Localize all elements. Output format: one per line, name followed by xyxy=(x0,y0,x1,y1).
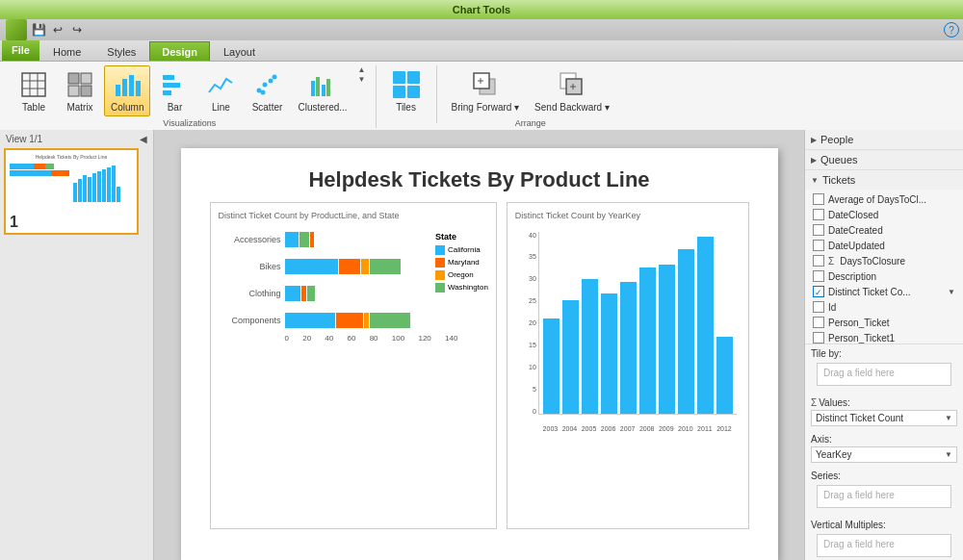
column-icon xyxy=(112,69,143,100)
vertical-multiples-label: Vertical Multiples: xyxy=(811,520,957,530)
slide-thumbnail[interactable]: Helpdesk Tickets By Product Line xyxy=(4,148,139,235)
slide-title: Helpdesk Tickets By Product Line xyxy=(210,167,749,192)
svg-rect-13 xyxy=(163,75,174,80)
col-2007 xyxy=(620,282,637,413)
scroll-down[interactable]: ▼ xyxy=(358,75,366,85)
bar-button[interactable]: Bar xyxy=(152,65,196,116)
cb-person-ticket1[interactable] xyxy=(813,332,824,344)
field-description: Description xyxy=(809,268,959,284)
bar-clothing-md xyxy=(301,286,306,301)
cb-description[interactable] xyxy=(813,270,824,282)
section-tickets: Tickets Average of DaysToCl... DateClose… xyxy=(805,170,963,344)
table-button[interactable]: Table xyxy=(12,65,56,116)
col-2004 xyxy=(562,300,579,413)
section-queues: Queues xyxy=(805,150,963,170)
axis-section: Axis: YearKey ▼ xyxy=(805,430,963,467)
bar-clothing-wa xyxy=(307,286,315,301)
cb-person-ticket[interactable] xyxy=(813,317,824,328)
svg-rect-27 xyxy=(393,86,405,98)
svg-rect-7 xyxy=(68,86,79,96)
cb-daystoclosure[interactable] xyxy=(813,255,824,267)
section-queues-header[interactable]: Queues xyxy=(805,150,963,169)
bar-bikes-md xyxy=(339,259,360,274)
bar-icon xyxy=(159,69,190,100)
slide-canvas: Helpdesk Tickets By Product Line Distinc… xyxy=(181,148,778,561)
svg-rect-24 xyxy=(326,79,330,96)
svg-rect-5 xyxy=(68,73,79,84)
title-bar: Chart Tools xyxy=(0,0,963,19)
col-chart-container: Distinct Ticket Count by YearKey 40 35 3… xyxy=(507,202,749,529)
bring-forward-button[interactable]: Bring Forward ▾ xyxy=(445,65,527,116)
line-button[interactable]: Line xyxy=(198,65,243,116)
legend-title: State xyxy=(435,232,488,242)
series-drop[interactable]: Drag a field here xyxy=(817,485,951,508)
sigma-values: Σ xyxy=(811,397,817,408)
svg-rect-14 xyxy=(163,83,180,88)
values-dropdown-arrow[interactable]: ▼ xyxy=(945,414,952,422)
svg-rect-25 xyxy=(393,71,405,84)
axis-value[interactable]: YearKey ▼ xyxy=(811,446,957,463)
nav-arrow[interactable]: ◀ xyxy=(140,134,147,144)
cb-dateupdated[interactable] xyxy=(813,240,824,251)
tab-home[interactable]: Home xyxy=(40,41,93,61)
bar-row-components: Components xyxy=(219,313,488,328)
bar-clothing-ca xyxy=(285,286,300,301)
clustered-button[interactable]: Clustered... xyxy=(291,65,353,116)
svg-rect-11 xyxy=(129,75,134,96)
cb-datecreated[interactable] xyxy=(813,224,824,236)
tile-by-label: Tile by: xyxy=(811,348,957,359)
bar-chart-container: Distinct Ticket Count by ProductLine, an… xyxy=(210,202,497,529)
vertical-multiples-drop[interactable]: Drag a field here xyxy=(817,534,951,557)
tab-file[interactable]: File xyxy=(2,39,39,61)
legend-oregon: Oregon xyxy=(435,270,488,280)
tab-design[interactable]: Design xyxy=(149,41,210,61)
field-distinct-ticket: Distinct Ticket Co... ▼ xyxy=(809,284,959,299)
column-button[interactable]: Column xyxy=(104,65,150,116)
arrange-group-label: Arrange xyxy=(515,116,546,128)
cb-id[interactable] xyxy=(813,301,824,313)
undo-button[interactable]: ↩ xyxy=(50,22,65,38)
scroll-up[interactable]: ▲ xyxy=(358,65,366,75)
col-chart-label: Distinct Ticket Count by YearKey xyxy=(515,211,741,220)
svg-rect-22 xyxy=(316,77,320,96)
dropdown-distinct-ticket[interactable]: ▼ xyxy=(948,288,955,296)
office-button[interactable] xyxy=(6,19,27,40)
svg-point-18 xyxy=(269,79,273,84)
axis-dropdown-arrow[interactable]: ▼ xyxy=(945,450,952,459)
svg-rect-0 xyxy=(22,73,45,96)
values-value[interactable]: Distinct Ticket Count ▼ xyxy=(811,410,957,426)
scatter-button[interactable]: Scatter xyxy=(245,65,289,116)
tab-layout[interactable]: Layout xyxy=(211,41,268,61)
save-qa-button[interactable]: 💾 xyxy=(31,22,46,38)
svg-rect-23 xyxy=(322,85,325,96)
viz-group-label: Visualizations xyxy=(163,116,216,128)
viz-scroll[interactable]: ▲ ▼ xyxy=(356,65,368,85)
legend-ca-dot xyxy=(435,245,445,255)
title-text: Chart Tools xyxy=(453,4,510,15)
bar-accessories-md xyxy=(310,232,314,247)
bar-accessories-wa xyxy=(299,232,309,247)
svg-rect-26 xyxy=(407,71,420,84)
bar-accessories-ca xyxy=(285,232,299,247)
tab-styles[interactable]: Styles xyxy=(94,41,148,61)
cb-distinct-ticket[interactable] xyxy=(813,286,824,297)
svg-rect-12 xyxy=(136,81,141,96)
scatter-icon xyxy=(251,69,282,100)
col-2011 xyxy=(697,237,714,413)
tile-by-drop[interactable]: Drag a field here xyxy=(817,363,951,386)
tiles-icon xyxy=(391,69,422,100)
cb-dateclosed[interactable] xyxy=(813,209,824,220)
help-button[interactable]: ? xyxy=(944,22,959,38)
redo-button[interactable]: ↪ xyxy=(69,22,85,38)
slide-number: 1 xyxy=(10,214,18,231)
cb-avg-daystocl[interactable] xyxy=(813,193,824,205)
matrix-button[interactable]: Matrix xyxy=(58,65,102,116)
col-2010 xyxy=(678,249,694,413)
section-people-header[interactable]: People xyxy=(805,130,963,149)
quick-access-toolbar: 💾 ↩ ↪ ? xyxy=(0,19,963,40)
tiles-button[interactable]: Tiles xyxy=(384,65,429,116)
section-tickets-header[interactable]: Tickets xyxy=(805,170,963,190)
bar-bikes-or xyxy=(361,259,369,274)
svg-rect-8 xyxy=(81,86,91,96)
send-backward-button[interactable]: Send Backward ▾ xyxy=(528,65,616,116)
